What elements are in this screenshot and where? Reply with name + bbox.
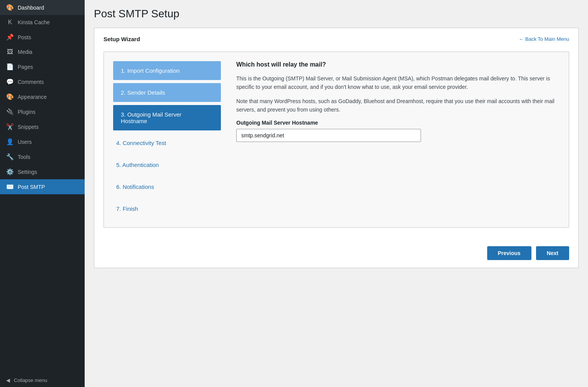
sidebar-item-tools[interactable]: 🔧Tools: [0, 149, 85, 164]
setup-content: 1. Import Configuration2. Sender Details…: [104, 52, 569, 228]
step-item-1: 1. Import Configuration: [113, 61, 221, 80]
sidebar-item-dashboard[interactable]: 🎨Dashboard: [0, 0, 85, 15]
sidebar-item-label: Pages: [18, 64, 79, 70]
step-item-4[interactable]: 4. Connectivity Test: [113, 133, 221, 152]
comments-icon: 💬: [6, 78, 14, 85]
sidebar-item-media[interactable]: 🖼Media: [0, 45, 85, 59]
sidebar-item-label: Snippets: [18, 124, 79, 130]
sidebar-item-snippets[interactable]: ✂️Snippets: [0, 119, 85, 134]
bottom-navigation: Previous Next: [104, 240, 569, 260]
sidebar-item-label: Comments: [18, 79, 79, 85]
sidebar-item-posts[interactable]: 📌Posts: [0, 30, 85, 45]
setup-card: Setup Wizard ← Back To Main Menu 1. Impo…: [94, 28, 579, 268]
sidebar-item-users[interactable]: 👤Users: [0, 134, 85, 149]
sidebar-item-label: Users: [18, 139, 79, 145]
post-smtp-icon: ✉️: [6, 183, 14, 190]
field-label: Outgoing Mail Server Hostname: [236, 120, 560, 126]
sidebar-item-label: Posts: [18, 34, 79, 40]
sidebar-item-plugins[interactable]: 🔌Plugins: [0, 104, 85, 119]
next-button[interactable]: Next: [536, 246, 569, 260]
sidebar-item-label: Tools: [18, 154, 79, 160]
previous-button[interactable]: Previous: [487, 246, 531, 260]
sidebar-item-label: Appearance: [18, 94, 79, 100]
step-item-6[interactable]: 6. Notifications: [113, 177, 221, 196]
sidebar: 🎨DashboardKKinsta Cache📌Posts🖼Media📄Page…: [0, 0, 85, 387]
sidebar-item-kinsta-cache[interactable]: KKinsta Cache: [0, 15, 85, 30]
tools-icon: 🔧: [6, 153, 14, 160]
collapse-label: Collapse menu: [14, 377, 47, 383]
page-title: Post SMTP Setup: [94, 8, 579, 20]
main-content: Post SMTP Setup Setup Wizard ← Back To M…: [85, 0, 588, 387]
step-item-3: 3. Outgoing Mail ServerHostname: [113, 105, 221, 130]
step-question: Which host will relay the mail?: [236, 61, 560, 68]
sidebar-item-label: Dashboard: [18, 5, 79, 11]
users-icon: 👤: [6, 138, 14, 145]
steps-list: 1. Import Configuration2. Sender Details…: [113, 61, 221, 218]
back-arrow-icon: ←: [519, 36, 524, 42]
appearance-icon: 🎨: [6, 93, 14, 100]
step-item-7[interactable]: 7. Finish: [113, 199, 221, 218]
sidebar-item-appearance[interactable]: 🎨Appearance: [0, 89, 85, 104]
plugins-icon: 🔌: [6, 108, 14, 115]
sidebar-item-label: Post SMTP: [18, 184, 79, 190]
sidebar-item-label: Kinsta Cache: [18, 19, 79, 25]
card-header: Setup Wizard ← Back To Main Menu: [104, 36, 569, 42]
step-item-5[interactable]: 5. Authentication: [113, 155, 221, 174]
kinsta-cache-icon: K: [6, 19, 14, 26]
setup-wizard-title: Setup Wizard: [104, 36, 140, 42]
collapse-menu[interactable]: ◀Collapse menu: [0, 374, 85, 387]
sidebar-item-label: Plugins: [18, 109, 79, 115]
sidebar-item-settings[interactable]: ⚙️Settings: [0, 164, 85, 179]
step-description-2: Note that many WordPress hosts, such as …: [236, 97, 560, 114]
sidebar-item-label: Settings: [18, 169, 79, 175]
step-description-1: This is the Outgoing (SMTP) Mail Server,…: [236, 74, 560, 92]
hostname-input[interactable]: [236, 129, 421, 142]
step-panel: Which host will relay the mail? This is …: [236, 61, 560, 218]
step-item-2: 2. Sender Details: [113, 83, 221, 102]
snippets-icon: ✂️: [6, 123, 14, 130]
sidebar-item-comments[interactable]: 💬Comments: [0, 74, 85, 89]
collapse-icon: ◀: [6, 377, 10, 383]
sidebar-item-post-smtp[interactable]: ✉️Post SMTP: [0, 179, 85, 194]
sidebar-item-pages[interactable]: 📄Pages: [0, 59, 85, 74]
settings-icon: ⚙️: [6, 168, 14, 175]
dashboard-icon: 🎨: [6, 4, 14, 11]
back-link-label: Back To Main Menu: [525, 36, 569, 42]
posts-icon: 📌: [6, 33, 14, 41]
sidebar-item-label: Media: [18, 49, 79, 55]
pages-icon: 📄: [6, 63, 14, 70]
media-icon: 🖼: [6, 48, 14, 55]
back-to-main-link[interactable]: ← Back To Main Menu: [519, 36, 569, 42]
